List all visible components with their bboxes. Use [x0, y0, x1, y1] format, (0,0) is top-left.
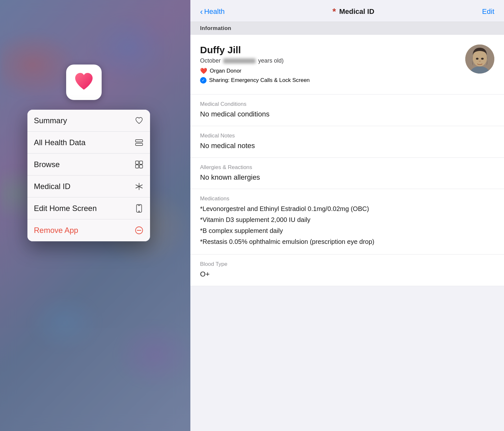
svg-rect-4 [139, 161, 143, 164]
medical-notes-section: Medical Notes No medical notes [190, 126, 504, 158]
medication-item: *Levonorgestrel and Ethinyl Estradiol 0.… [200, 204, 494, 214]
dob-prefix: October [200, 57, 221, 64]
menu-item-browse[interactable]: Browse [27, 154, 150, 175]
dob-blurred [223, 58, 256, 64]
profile-name: Duffy Jill [200, 45, 465, 55]
medication-item: *Vitamin D3 supplement 2,000 IU daily [200, 215, 494, 225]
blood-type-section: Blood Type O+ [190, 255, 504, 286]
medication-item: *Restasis 0.05% ophthalmic emulsion (pre… [200, 237, 494, 246]
menu-summary-label: Summary [34, 116, 67, 125]
health-app-icon [66, 65, 102, 100]
grid-squares-icon [135, 160, 144, 169]
back-label: Health [204, 7, 225, 16]
menu-item-remove-app[interactable]: Remove App [27, 219, 150, 241]
menu-item-summary[interactable]: Summary [27, 110, 150, 132]
medications-label: Medications [200, 195, 494, 202]
medical-id-asterisk-icon: * [332, 6, 336, 17]
sharing-label: Sharing: Emergency Calls & Lock Screen [209, 77, 310, 84]
menu-item-edit-home-screen[interactable]: Edit Home Screen [27, 197, 150, 219]
svg-rect-5 [136, 165, 139, 168]
organ-donor-heart-icon: ❤️ [200, 67, 207, 75]
profile-info: Duffy Jill October years old) ❤️ Organ D… [200, 45, 465, 86]
profile-dob: October years old) [200, 57, 465, 64]
navigation-bar: ‹ Health * Medical ID Edit [190, 0, 504, 22]
sharing-check-icon: ✓ [200, 77, 207, 84]
menu-browse-label: Browse [34, 160, 60, 169]
svg-rect-1 [136, 140, 143, 142]
back-button[interactable]: ‹ Health [200, 7, 225, 17]
edit-button[interactable]: Edit [482, 7, 494, 16]
sharing-badge: ✓ Sharing: Emergency Calls & Lock Screen [200, 77, 465, 84]
svg-point-18 [481, 58, 484, 60]
heart-outline-icon [135, 116, 144, 125]
menu-edithomescreen-label: Edit Home Screen [34, 204, 97, 213]
grid-rows-icon [135, 138, 144, 147]
nav-title-text: Medical ID [339, 7, 374, 16]
blood-type-value: O+ [200, 269, 494, 279]
health-app-icon-container [66, 65, 102, 100]
allergies-label: Allergies & Reactions [200, 164, 494, 171]
chevron-left-icon: ‹ [200, 7, 203, 17]
minus-circle-icon [135, 226, 144, 235]
medical-conditions-value: No medical conditions [200, 109, 494, 119]
medical-notes-value: No medical notes [200, 141, 494, 151]
svg-point-17 [476, 58, 479, 60]
svg-rect-6 [139, 165, 143, 168]
medical-notes-label: Medical Notes [200, 133, 494, 139]
medical-conditions-section: Medical Conditions No medical conditions [190, 95, 504, 126]
svg-rect-2 [136, 143, 143, 145]
phone-icon [135, 204, 144, 213]
menu-allhealthdata-label: All Health Data [34, 138, 86, 147]
medications-section: Medications *Levonorgestrel and Ethinyl … [190, 189, 504, 255]
information-section-header: Information [190, 22, 504, 35]
svg-point-12 [139, 211, 140, 212]
left-panel: Summary All Health Data Browse [0, 0, 190, 431]
organ-donor-label: Organ Donor [210, 68, 241, 74]
allergies-section: Allergies & Reactions No known allergies [190, 158, 504, 189]
menu-item-medical-id[interactable]: Medical ID [27, 175, 150, 197]
profile-section: Duffy Jill October years old) ❤️ Organ D… [190, 35, 504, 95]
menu-removeapp-label: Remove App [34, 226, 78, 235]
blood-type-label: Blood Type [200, 261, 494, 267]
svg-rect-3 [136, 161, 139, 164]
menu-medicalid-label: Medical ID [34, 182, 70, 191]
avatar [465, 45, 494, 74]
right-panel: ‹ Health * Medical ID Edit Information D… [190, 0, 504, 431]
menu-item-all-health-data[interactable]: All Health Data [27, 132, 150, 154]
context-menu: Summary All Health Data Browse [27, 110, 150, 241]
nav-title: * Medical ID [332, 6, 374, 17]
avatar-image [465, 45, 494, 74]
allergies-value: No known allergies [200, 173, 494, 183]
health-heart-icon [73, 71, 95, 94]
asterisk-icon [135, 182, 144, 191]
dob-suffix: years old) [258, 57, 284, 64]
medications-list: *Levonorgestrel and Ethinyl Estradiol 0.… [200, 204, 494, 246]
medical-conditions-label: Medical Conditions [200, 101, 494, 107]
organ-donor-badge: ❤️ Organ Donor [200, 67, 465, 75]
medication-item: *B complex supplement daily [200, 226, 494, 236]
